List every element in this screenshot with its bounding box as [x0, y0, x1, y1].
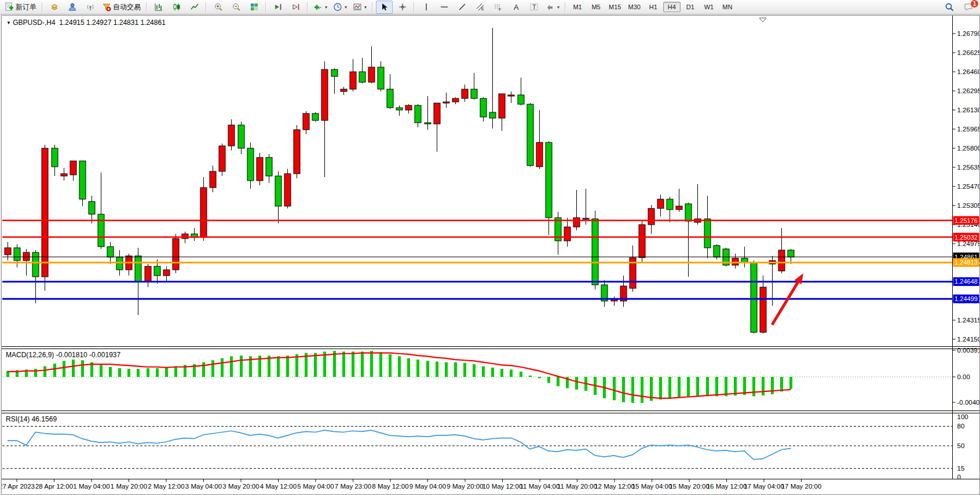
svg-text:1.25965: 1.25965 — [957, 126, 980, 133]
svg-text:1.26295: 1.26295 — [957, 87, 980, 94]
text-label-tool-button[interactable]: T — [525, 1, 542, 14]
navigator-icon — [68, 2, 77, 12]
signals-icon — [86, 2, 95, 12]
svg-text:17 May 04:00: 17 May 04:00 — [744, 483, 784, 490]
tile-windows-button[interactable] — [246, 1, 262, 14]
svg-text:11 May 20:00: 11 May 20:00 — [557, 483, 597, 490]
vertical-line-icon — [422, 2, 431, 12]
zoom-out-icon — [232, 2, 241, 12]
time-axis[interactable]: 27 Apr 202328 Apr 12:001 May 04:001 May … — [2, 479, 821, 490]
zoom-out-button[interactable] — [228, 1, 244, 14]
svg-text:T: T — [532, 3, 536, 10]
search-icon — [945, 2, 955, 12]
equidistant-channel-icon: E — [476, 2, 485, 12]
bar-chart-mode-button[interactable] — [150, 1, 167, 14]
timeframe-button-h1[interactable]: H1 — [645, 2, 662, 12]
timeframe-button-d1[interactable]: D1 — [682, 2, 699, 12]
trendline-tool-button[interactable] — [454, 1, 470, 14]
svg-text:1.26130: 1.26130 — [957, 107, 980, 113]
svg-text:1.25470: 1.25470 — [957, 183, 980, 190]
svg-text:E: E — [481, 7, 484, 11]
auto-trading-icon — [102, 2, 111, 12]
tile-windows-icon — [250, 2, 259, 12]
arrows-objects-button[interactable]: ▾ — [543, 1, 562, 14]
line-chart-mode-button[interactable] — [186, 1, 203, 14]
zoom-in-icon — [214, 2, 223, 12]
chart-shift-icon — [291, 2, 301, 12]
svg-text:1 May 04:00: 1 May 04:00 — [73, 483, 109, 490]
cursor-tool-button[interactable] — [376, 1, 393, 14]
new-order-button[interactable]: 新订单 — [2, 1, 39, 14]
chart-canvas[interactable]: 1.267901.266251.264601.262951.261301.259… — [2, 16, 979, 494]
svg-text:10 May 12:00: 10 May 12:00 — [482, 483, 523, 490]
svg-text:15 May 20:00: 15 May 20:00 — [669, 483, 710, 490]
auto-scroll-icon — [273, 2, 283, 12]
svg-text:0: 0 — [957, 474, 961, 481]
svg-text:1.26460: 1.26460 — [957, 68, 980, 75]
timeframe-button-m30[interactable]: M30 — [625, 2, 643, 12]
svg-text:1 May 20:00: 1 May 20:00 — [111, 483, 147, 490]
new-order-label: 新订单 — [16, 2, 36, 12]
timeframe-button-h4[interactable]: H4 — [663, 2, 681, 12]
auto-trading-label: 自动交易 — [113, 2, 141, 12]
timeframe-button-m5[interactable]: M5 — [587, 2, 605, 12]
search-button[interactable] — [941, 1, 958, 14]
text-tool-button[interactable]: A — [507, 1, 524, 14]
notifications-button[interactable]: 1 — [959, 1, 978, 14]
timeframe-button-m1[interactable]: M1 — [569, 2, 586, 12]
periods-dropdown-caret: ▾ — [345, 5, 347, 10]
svg-text:0.00: 0.00 — [957, 373, 970, 380]
zoom-in-button[interactable] — [210, 1, 226, 14]
crosshair-icon — [398, 2, 407, 12]
fibonacci-icon: F — [493, 2, 503, 12]
chart-shift-button[interactable] — [287, 1, 304, 14]
toolbar-separator — [206, 2, 207, 12]
line-chart-icon — [190, 2, 199, 12]
navigator-button[interactable] — [64, 1, 81, 14]
channel-tool-button[interactable]: E — [471, 1, 488, 14]
templates-button[interactable]: ▾ — [350, 1, 369, 14]
macd-pane — [2, 351, 953, 403]
toolbar-separator — [414, 2, 415, 12]
signals-button[interactable] — [82, 1, 98, 14]
svg-text:1.24499: 1.24499 — [955, 295, 978, 302]
svg-text:15 May 04:00: 15 May 04:00 — [632, 483, 672, 490]
timeframe-button-w1[interactable]: W1 — [700, 2, 718, 12]
svg-text:1.26790: 1.26790 — [957, 30, 980, 37]
auto-trading-button[interactable]: 自动交易 — [100, 1, 143, 14]
arrow-objects-icon — [546, 2, 555, 12]
svg-text:9 May 20:00: 9 May 20:00 — [447, 483, 483, 490]
market-watch-icon — [50, 2, 59, 12]
vertical-line-tool-button[interactable] — [418, 1, 434, 14]
auto-scroll-button[interactable] — [269, 1, 286, 14]
crosshair-tool-button[interactable] — [394, 1, 411, 14]
candles-series — [5, 28, 794, 333]
svg-text:17 May 20:00: 17 May 20:00 — [781, 483, 822, 490]
chart-shift-marker[interactable] — [759, 18, 766, 22]
svg-text:9 May 04:00: 9 May 04:00 — [409, 483, 446, 490]
horizontal-line-icon — [440, 2, 449, 12]
timeframe-button-m15[interactable]: M15 — [606, 2, 624, 12]
timeframe-button-mn[interactable]: MN — [719, 2, 736, 12]
horizontal-line-tool-button[interactable] — [436, 1, 452, 14]
svg-text:8 May 12:00: 8 May 12:00 — [372, 483, 408, 490]
toolbar-separator — [146, 2, 147, 12]
toolbar-separator — [265, 2, 266, 12]
pane-separators[interactable] — [2, 16, 979, 479]
chart-window[interactable]: 1.267901.266251.264601.262951.261301.259… — [1, 15, 980, 495]
svg-text:1.25635: 1.25635 — [957, 164, 980, 171]
periods-button[interactable]: ▾ — [331, 1, 349, 14]
candlestick-mode-button[interactable] — [168, 1, 185, 14]
svg-text:A: A — [514, 3, 519, 12]
fibonacci-tool-button[interactable]: F — [489, 1, 506, 14]
arrows-dropdown-caret: ▾ — [557, 5, 560, 10]
indicators-icon — [313, 2, 323, 12]
indicators-button[interactable]: ▾ — [311, 1, 330, 14]
market-watch-button[interactable] — [46, 1, 63, 14]
mt4-application: 新订单 自动交易 — [0, 0, 980, 495]
templates-dropdown-caret: ▾ — [364, 5, 367, 10]
toolbar-separator — [565, 2, 566, 12]
periods-clock-icon — [333, 2, 342, 12]
horizontal-price-lines[interactable] — [2, 221, 953, 299]
cursor-icon — [380, 2, 389, 12]
